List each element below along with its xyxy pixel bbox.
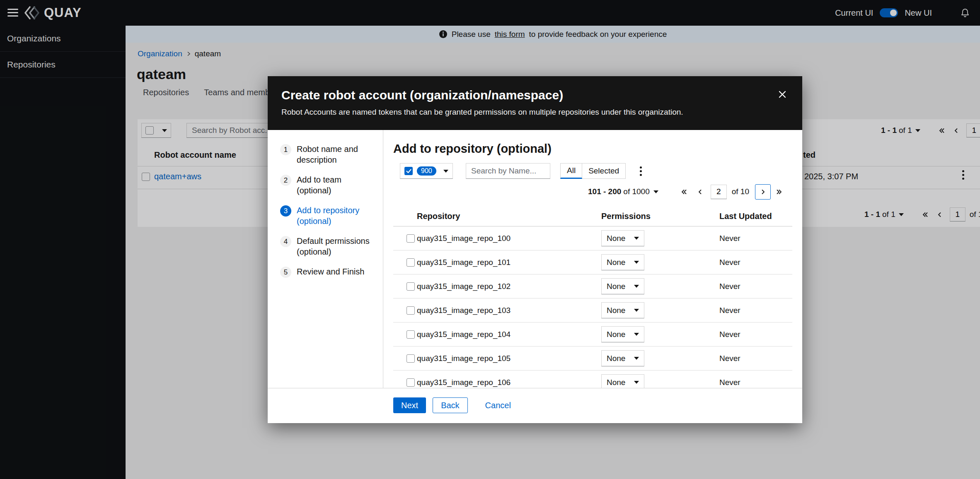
- next-button[interactable]: Next: [393, 397, 426, 413]
- permission-select[interactable]: None: [601, 374, 644, 388]
- check-icon: [406, 169, 411, 173]
- modal-description: Robot Accounts are named tokens that can…: [281, 108, 765, 117]
- permission-select[interactable]: None: [601, 302, 644, 318]
- chevron-down-icon: [634, 309, 639, 312]
- pagination-nav: of 10: [676, 184, 782, 200]
- table-row: quay315_image_repo_100 None Never: [393, 226, 792, 250]
- permission-select[interactable]: None: [601, 230, 644, 246]
- permission-select[interactable]: None: [601, 254, 644, 270]
- wizard-content: Add to repository (optional) 900 All: [383, 130, 802, 388]
- create-robot-account-modal: Create robot account (organization/names…: [268, 76, 802, 423]
- page-of-label: of 10: [732, 187, 749, 196]
- repo-table: Repository Permissions Last Updated quay…: [393, 208, 792, 388]
- chevron-down-icon: [443, 170, 448, 173]
- permission-select[interactable]: None: [601, 350, 644, 366]
- quay-app: QUAY Current UI New UI Organizations Rep…: [0, 0, 980, 479]
- col-repository-header: Repository: [413, 212, 598, 221]
- next-page-button[interactable]: [755, 184, 771, 200]
- repo-bulk-select[interactable]: 900: [400, 163, 453, 179]
- chevron-left-icon: [697, 189, 703, 195]
- permission-select[interactable]: None: [601, 278, 644, 294]
- back-button[interactable]: Back: [433, 397, 467, 413]
- step-heading: Add to repository (optional): [393, 142, 792, 156]
- filter-selected-button[interactable]: Selected: [582, 163, 626, 179]
- filter-all-button[interactable]: All: [560, 163, 582, 179]
- modal-body: 1 Robot name and description 2 Add to te…: [268, 130, 802, 388]
- repo-toolbar-kebab-menu[interactable]: [638, 165, 644, 178]
- repo-search-input[interactable]: [466, 163, 550, 179]
- repo-table-header: Repository Permissions Last Updated: [393, 208, 792, 226]
- wizard-step-review-finish[interactable]: 5 Review and Finish: [268, 262, 383, 282]
- table-row: quay315_image_repo_103 None Never: [393, 298, 792, 323]
- cancel-button[interactable]: Cancel: [485, 397, 511, 413]
- double-chevron-right-icon: [776, 189, 782, 195]
- repo-toolbar: 900 All Selected: [393, 163, 792, 179]
- previous-page-button[interactable]: [692, 189, 708, 195]
- table-row: quay315_image_repo_102 None Never: [393, 274, 792, 298]
- chevron-down-icon: [634, 333, 639, 336]
- modal-header: Create robot account (organization/names…: [268, 76, 802, 130]
- table-row: quay315_image_repo_106 None Never: [393, 371, 792, 388]
- double-chevron-left-icon: [681, 189, 687, 195]
- table-row: quay315_image_repo_105 None Never: [393, 347, 792, 371]
- repo-pagination: 101 - 200 of 1000 of 10: [393, 184, 792, 200]
- selected-count-badge: 900: [417, 166, 436, 176]
- table-row: quay315_image_repo_101 None Never: [393, 250, 792, 274]
- chevron-right-icon: [760, 189, 766, 195]
- close-icon: [777, 89, 787, 99]
- col-last-updated-header: Last Updated: [717, 212, 792, 221]
- first-page-button[interactable]: [676, 189, 692, 195]
- wizard-step-add-to-repository[interactable]: 3 Add to repository (optional): [268, 200, 383, 231]
- chevron-down-icon: [634, 261, 639, 264]
- repo-search-field: [466, 163, 550, 179]
- modal-footer: Next Back Cancel: [268, 388, 802, 423]
- last-page-button[interactable]: [771, 189, 782, 195]
- pagination-range-menu[interactable]: 101 - 200 of 1000: [588, 187, 658, 196]
- chevron-down-icon: [653, 190, 658, 193]
- chevron-down-icon: [634, 381, 639, 384]
- repo-filter-toggle-group: All Selected: [560, 163, 626, 179]
- col-permissions-header: Permissions: [598, 212, 717, 221]
- wizard-step-robot-name[interactable]: 1 Robot name and description: [268, 139, 383, 170]
- chevron-down-icon: [634, 357, 639, 360]
- wizard-step-default-permissions[interactable]: 4 Default permissions (optional): [268, 231, 383, 262]
- permission-select[interactable]: None: [601, 326, 644, 342]
- chevron-down-icon: [634, 285, 639, 288]
- wizard-step-add-to-team[interactable]: 2 Add to team (optional): [268, 170, 383, 200]
- table-row: quay315_image_repo_104 None Never: [393, 323, 792, 347]
- modal-title: Create robot account (organization/names…: [281, 88, 765, 102]
- repo-select-all-checkbox[interactable]: [404, 167, 413, 175]
- page-number-input[interactable]: [711, 185, 727, 199]
- close-button[interactable]: [777, 89, 787, 99]
- wizard-nav: 1 Robot name and description 2 Add to te…: [268, 130, 383, 388]
- chevron-down-icon: [634, 237, 639, 240]
